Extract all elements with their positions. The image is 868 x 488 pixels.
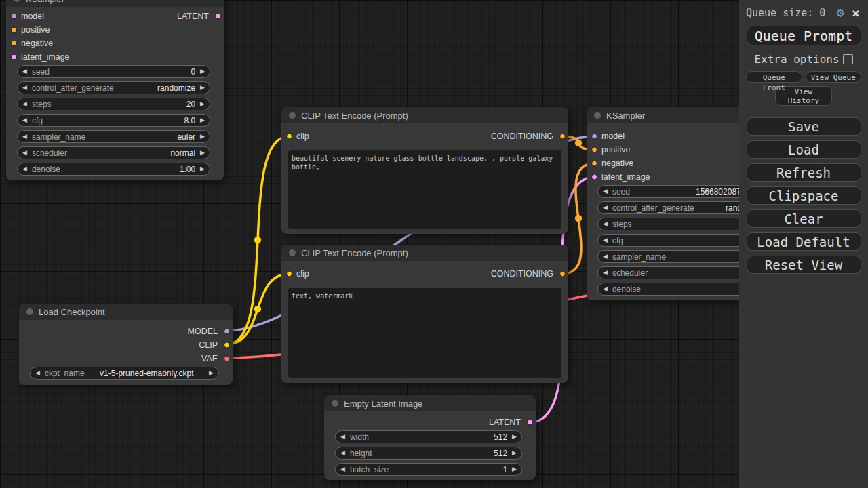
queue-prompt-button[interactable]: Queue Prompt — [747, 26, 861, 45]
increment-arrow-icon[interactable]: ▶ — [200, 130, 205, 143]
increment-arrow-icon[interactable]: ▶ — [200, 81, 205, 94]
input-dot-clip[interactable] — [286, 134, 292, 140]
settings-gear-icon[interactable]: ⚙ — [837, 6, 844, 19]
increment-arrow-icon[interactable]: ▶ — [200, 98, 205, 110]
increment-arrow-icon[interactable]: ▶ — [200, 163, 205, 176]
input-dot-clip[interactable] — [286, 271, 292, 277]
input-dot-negative[interactable] — [11, 41, 17, 47]
decrement-arrow-icon[interactable]: ◀ — [603, 218, 608, 230]
collapse-dot-icon[interactable] — [289, 112, 296, 119]
node-title-bar[interactable]: Empty Latent Image — [324, 395, 536, 411]
widget-cfg[interactable]: ◀ cfg 8.0 ▶ — [17, 114, 210, 127]
load-default-button[interactable]: Load Default — [747, 232, 861, 251]
decrement-arrow-icon[interactable]: ◀ — [22, 98, 27, 110]
link-midpoint-dot — [575, 140, 582, 146]
decrement-arrow-icon[interactable]: ◀ — [603, 185, 608, 198]
output-dot-latent[interactable] — [527, 420, 533, 426]
input-dot-latent-image[interactable] — [11, 54, 17, 60]
next-option-arrow-icon[interactable]: ▶ — [209, 367, 214, 380]
output-dot-clip[interactable] — [224, 342, 230, 348]
widget-sampler-name[interactable]: ◀ sampler_name euler ▶ — [17, 130, 210, 143]
collapse-dot-icon[interactable] — [289, 249, 296, 256]
increment-arrow-icon[interactable]: ▶ — [200, 65, 205, 78]
prompt-textarea[interactable]: text, watermark — [288, 288, 561, 378]
load-button[interactable]: Load — [747, 140, 861, 159]
slot-row: CLIP — [19, 338, 233, 352]
decrement-arrow-icon[interactable]: ◀ — [22, 65, 27, 78]
input-dot-model[interactable] — [11, 14, 17, 20]
decrement-arrow-icon[interactable]: ◀ — [340, 463, 345, 476]
output-dot-conditioning[interactable] — [559, 271, 566, 277]
refresh-button[interactable]: Refresh — [747, 163, 861, 182]
slot-row: positive — [6, 23, 224, 37]
widget-ckpt-name[interactable]: ◀ ckpt_name v1-5-pruned-emaonly.ckpt ▶ — [30, 367, 219, 380]
extra-options-checkbox[interactable] — [843, 54, 853, 64]
node-title-bar[interactable]: Load Checkpoint — [19, 304, 233, 320]
reset-view-button[interactable]: Reset View — [747, 256, 861, 274]
collapse-dot-icon[interactable] — [26, 308, 33, 315]
decrement-arrow-icon[interactable]: ◀ — [603, 283, 608, 296]
slot-row: clip CONDITIONING — [281, 129, 568, 143]
widget-height[interactable]: ◀ height 512 ▶ — [335, 447, 522, 460]
widget-width[interactable]: ◀ width 512 ▶ — [335, 430, 522, 443]
input-dot-latent-image[interactable] — [591, 174, 597, 180]
extra-options-label: Extra options — [754, 53, 839, 66]
widget-denoise[interactable]: ◀ denoise 1.00 ▶ — [17, 163, 210, 176]
collapse-dot-icon[interactable] — [14, 0, 20, 2]
widget-control-after-generate[interactable]: ◀ control_after_generate randomize ▶ — [17, 81, 210, 94]
decrement-arrow-icon[interactable]: ◀ — [340, 447, 345, 460]
increment-arrow-icon[interactable]: ▶ — [512, 447, 517, 460]
slot-row: model LATENT — [6, 9, 224, 23]
increment-arrow-icon[interactable]: ▶ — [200, 146, 205, 159]
widget-steps[interactable]: ◀ steps 20 ▶ — [17, 98, 210, 110]
decrement-arrow-icon[interactable]: ◀ — [603, 266, 608, 279]
decrement-arrow-icon[interactable]: ◀ — [340, 430, 345, 443]
prompt-textarea[interactable]: beautiful scenery nature glass bottle la… — [288, 150, 561, 229]
collapse-dot-icon[interactable] — [332, 400, 338, 407]
node-title-bar[interactable]: CLIP Text Encode (Prompt) — [281, 107, 568, 123]
save-button[interactable]: Save — [747, 117, 861, 136]
node-load-checkpoint[interactable]: Load Checkpoint MODEL CLIP VAE ◀ ckpt_na… — [19, 304, 233, 385]
decrement-arrow-icon[interactable]: ◀ — [22, 146, 27, 159]
node-ksampler-left[interactable]: KSampler model LATENT positive negative … — [6, 0, 224, 180]
extra-options-row: Extra options — [739, 53, 868, 66]
slot-row: MODEL — [19, 325, 233, 338]
input-dot-positive[interactable] — [11, 27, 17, 33]
output-dot-model[interactable] — [224, 329, 230, 335]
widget-batch-size[interactable]: ◀ batch_size 1 ▶ — [335, 463, 522, 476]
output-dot-vae[interactable] — [224, 356, 230, 362]
output-dot-conditioning[interactable] — [559, 134, 566, 140]
increment-arrow-icon[interactable]: ▶ — [512, 463, 517, 476]
decrement-arrow-icon[interactable]: ◀ — [603, 250, 608, 263]
widget-scheduler[interactable]: ◀ scheduler normal ▶ — [17, 146, 210, 159]
decrement-arrow-icon[interactable]: ◀ — [22, 114, 27, 127]
increment-arrow-icon[interactable]: ▶ — [200, 114, 205, 127]
input-dot-model[interactable] — [591, 134, 597, 140]
decrement-arrow-icon[interactable]: ◀ — [22, 130, 27, 143]
node-clip-text-encode-positive[interactable]: CLIP Text Encode (Prompt) clip CONDITION… — [281, 107, 568, 234]
node-clip-text-encode-negative[interactable]: CLIP Text Encode (Prompt) clip CONDITION… — [281, 245, 568, 383]
clear-button[interactable]: Clear — [747, 209, 861, 228]
decrement-arrow-icon[interactable]: ◀ — [22, 163, 27, 176]
input-dot-negative[interactable] — [591, 161, 597, 167]
link-midpoint-dot — [254, 306, 261, 312]
clipspace-button[interactable]: Clipspace — [747, 186, 861, 205]
comfy-menu-panel: Queue size: 0 ⚙ × Queue Prompt Extra opt… — [739, 0, 868, 488]
prev-option-arrow-icon[interactable]: ◀ — [35, 367, 40, 380]
node-graph-canvas[interactable]: KSampler model LATENT positive negative … — [0, 0, 868, 488]
slot-row: clip CONDITIONING — [281, 267, 568, 281]
node-empty-latent-image[interactable]: Empty Latent Image LATENT ◀ width 512 ▶ … — [324, 395, 536, 480]
decrement-arrow-icon[interactable]: ◀ — [603, 201, 608, 214]
collapse-dot-icon[interactable] — [594, 112, 601, 119]
decrement-arrow-icon[interactable]: ◀ — [603, 234, 608, 247]
widget-seed[interactable]: ◀ seed 0 ▶ — [17, 65, 210, 78]
decrement-arrow-icon[interactable]: ◀ — [22, 81, 27, 94]
increment-arrow-icon[interactable]: ▶ — [512, 430, 517, 443]
node-title-bar[interactable]: CLIP Text Encode (Prompt) — [281, 245, 568, 261]
close-icon[interactable]: × — [852, 7, 860, 19]
queue-front-button[interactable]: Queue Front — [746, 71, 802, 83]
view-queue-button[interactable]: View Queue — [806, 71, 862, 83]
output-dot-latent[interactable] — [215, 14, 221, 20]
input-dot-positive[interactable] — [591, 147, 597, 153]
node-title-bar[interactable]: KSampler — [6, 0, 224, 7]
